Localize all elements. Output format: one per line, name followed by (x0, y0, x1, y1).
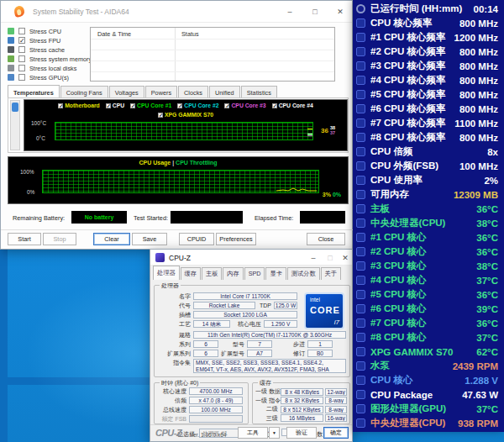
sensor-label: CPU 使用率 (370, 174, 423, 187)
cache-icon (8, 46, 14, 53)
graph-scrollbar[interactable] (10, 100, 20, 150)
aida-tab[interactable]: Clocks (178, 86, 208, 98)
stress-checkbox[interactable] (18, 74, 25, 81)
stress-option[interactable]: Stress CPU (8, 27, 92, 36)
cpuz-tab[interactable]: 主板 (202, 267, 222, 280)
usage-trace (276, 186, 317, 192)
aida-button[interactable]: Stop (43, 233, 76, 245)
legend-item[interactable]: CPU Core #2 (177, 103, 218, 108)
sensor-row: #7 CPU 核心频率 1100 MHz (353, 116, 504, 130)
aida-titlebar[interactable]: System Stability Test - AIDA64 – □ ✕ (1, 1, 352, 23)
legend-checkbox[interactable] (224, 103, 229, 108)
legend-checkbox[interactable] (158, 113, 163, 118)
aida-button[interactable]: Clear (93, 233, 130, 245)
stress-option-label: Stress cache (29, 46, 65, 54)
temp-icon (356, 233, 365, 242)
legend-item[interactable]: CPU Core #3 (224, 103, 265, 108)
tools-dropdown-icon[interactable]: ▼ (269, 427, 280, 439)
legend-item[interactable]: CPU Core #1 (130, 103, 171, 108)
test-log-table[interactable]: Date & Time Status (90, 27, 335, 82)
sensor-value: 38°C (476, 261, 498, 271)
stress-option-label: Stress system memory (29, 55, 92, 63)
legend-label: XPG GAMMIX S70 (165, 112, 213, 118)
legend-item[interactable]: Motherboard (58, 103, 100, 108)
legend-checkbox[interactable] (130, 103, 135, 108)
sensor-label: #3 CPU 核心频率 (370, 60, 445, 72)
minimize-icon[interactable]: – (307, 252, 320, 264)
sensor-label: #6 CPU 核心 (370, 303, 426, 315)
maximize-icon[interactable]: □ (308, 6, 322, 18)
minimize-icon[interactable]: – (283, 6, 297, 18)
legend-checkbox[interactable] (58, 103, 63, 108)
legend-item[interactable]: CPU Core #4 (272, 103, 313, 108)
sensor-value: 37°C (476, 276, 498, 286)
sensor-label: CPU 核心 (370, 374, 412, 387)
stress-checkbox[interactable] (18, 46, 25, 53)
graph-scrollbar-thumb[interactable] (12, 103, 18, 112)
sensor-value: 62°C (476, 347, 498, 357)
cpuz-tab[interactable]: 缓存 (181, 267, 201, 280)
cpuz-tab[interactable]: 处理器 (153, 266, 180, 280)
cpuz-tab[interactable]: 测试分数 (287, 267, 320, 280)
legend-item[interactable]: XPG GAMMIX S70 (158, 112, 213, 118)
legend-item[interactable]: CPU (106, 103, 124, 108)
validate-button[interactable]: 验证 (286, 427, 317, 439)
close-icon[interactable]: ✕ (333, 6, 347, 18)
aida-button[interactable]: Save (132, 233, 167, 245)
aida-tab[interactable]: Unified (209, 86, 240, 98)
sensor-value: 1100 MHz (454, 118, 498, 129)
aida-tab[interactable]: Statistics (241, 86, 277, 98)
aida-tab[interactable]: Temperatures (8, 85, 60, 98)
power-icon (356, 390, 365, 399)
legend-checkbox[interactable] (106, 103, 111, 108)
usage-grid (42, 170, 319, 193)
stress-option[interactable]: Stress GPU(s) (8, 73, 92, 82)
ok-button[interactable]: 确定 (323, 427, 349, 439)
stress-checkbox[interactable] (18, 55, 25, 62)
stress-option[interactable]: Stress cache (8, 45, 92, 55)
maximize-icon[interactable]: □ (323, 252, 337, 264)
stress-checkbox[interactable] (18, 65, 25, 71)
close-icon[interactable]: ✕ (339, 252, 352, 264)
temp-scale-min: 0°C (36, 135, 45, 141)
sensor-row: XPG GAMMIX S70 62°C (353, 345, 504, 359)
aida-tab[interactable]: Powers (145, 86, 177, 98)
revision-field: B0 (307, 350, 333, 357)
cpuz-tab[interactable]: SPD (244, 267, 265, 280)
log-column-divider (175, 28, 176, 81)
stress-option[interactable]: Stress local disks (8, 64, 92, 73)
sensor-label: CPU Package (370, 390, 433, 400)
usage-scale-min: 0% (27, 189, 34, 195)
gpu-icon (356, 404, 365, 413)
stress-checkbox[interactable] (18, 28, 25, 34)
technology-field: 14 纳米 (193, 320, 230, 328)
stress-option[interactable]: Stress FPU (8, 36, 92, 45)
sensor-label: #8 CPU 核心频率 (370, 131, 445, 144)
aida-button[interactable]: CPUID (179, 233, 214, 245)
stress-checkbox[interactable] (18, 37, 25, 44)
legend-checkbox[interactable] (272, 103, 277, 108)
aida-tab[interactable]: Voltages (109, 86, 144, 98)
stress-option[interactable]: Stress system memory (8, 55, 92, 64)
legend-checkbox[interactable] (177, 103, 182, 108)
aida-button[interactable]: Close (307, 233, 345, 245)
cpuz-tab[interactable]: 关于 (321, 267, 341, 280)
cpuz-titlebar[interactable]: CPU-Z – □ ✕ (150, 250, 352, 266)
sensor-label: XPG GAMMIX S70 (370, 347, 453, 357)
usage-graph-title: CPU Usage | CPU Throttling (8, 160, 348, 166)
temp-trace-xpg (307, 129, 312, 129)
sensor-label: #2 CPU 核心 (370, 245, 426, 258)
aida-button[interactable]: Start (8, 233, 41, 245)
ext-model-field: A7 (247, 350, 272, 357)
cpuz-tab[interactable]: 内存 (223, 267, 243, 280)
aida-button[interactable]: Preferences (216, 233, 256, 245)
sensor-row: #3 CPU 核心 38°C (353, 259, 504, 273)
sensor-label: 图形处理器(GPU) (370, 403, 446, 415)
sensor-row: #5 CPU 核心 36°C (353, 287, 504, 302)
tools-button[interactable]: 工具 (238, 427, 268, 439)
aida-tab[interactable]: Cooling Fans (60, 86, 108, 98)
cpuz-tab[interactable]: 显卡 (265, 267, 286, 280)
battery-value: No battery (71, 211, 127, 224)
sensor-label: 中央处理器(CPU) (370, 217, 445, 229)
sensor-row: CPU 外频(FSB) 100 MHz (353, 159, 504, 173)
